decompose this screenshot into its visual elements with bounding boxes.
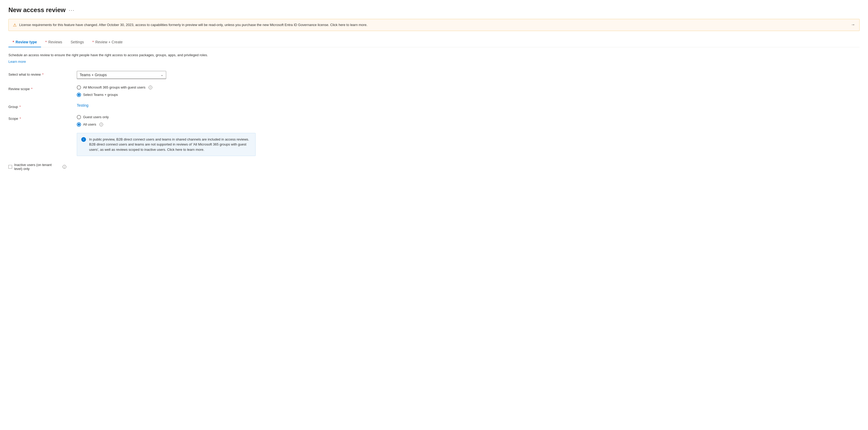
scope-all-users-info-icon[interactable]: i: [99, 123, 103, 126]
scope-select-teams-radio[interactable]: [77, 93, 81, 97]
dropdown-value: Teams + Groups: [80, 73, 107, 77]
license-banner: ⚠ License requirements for this feature …: [8, 19, 860, 31]
inactive-users-text: Inactive users (on tenant level) only: [14, 163, 59, 171]
review-scope-label: Review scope *: [8, 86, 66, 91]
tab-review-type[interactable]: * Review type: [8, 37, 41, 47]
scope-label: Scope *: [8, 115, 66, 121]
page-description: Schedule an access review to ensure the …: [8, 53, 860, 58]
scope-select-teams-option[interactable]: Select Teams + groups: [77, 93, 235, 97]
scope-guest-users-radio[interactable]: [77, 115, 81, 119]
review-scope-radio-group: All Microsoft 365 groups with guest user…: [77, 86, 235, 97]
scope-guest-users-option[interactable]: Guest users only: [77, 115, 235, 119]
tab-review-create[interactable]: * Review + Create: [88, 37, 127, 47]
banner-text: License requirements for this feature ha…: [19, 22, 848, 28]
info-box-text: In public preview, B2B direct connect us…: [89, 137, 251, 152]
chevron-down-icon: ⌄: [161, 73, 163, 77]
more-options-button[interactable]: ···: [69, 7, 75, 13]
scope-row: Scope * Guest users only All users i: [8, 115, 860, 127]
scope-guest-users-label: Guest users only: [83, 115, 109, 119]
inactive-users-label: Inactive users (on tenant level) only i: [8, 161, 66, 171]
scope-all-ms365-radio[interactable]: [77, 86, 81, 90]
inactive-users-row: Inactive users (on tenant level) only i: [8, 161, 860, 171]
inactive-users-info-icon[interactable]: i: [63, 165, 66, 169]
review-type-form: Select what to review * Teams + Groups ⌄…: [8, 71, 860, 127]
b2b-info-box: i In public preview, B2B direct connect …: [77, 133, 256, 156]
warning-icon: ⚠: [13, 23, 17, 28]
scope-radio-group: Guest users only All users i: [77, 115, 235, 127]
select-what-to-review-control: Teams + Groups ⌄: [77, 71, 235, 79]
group-row: Group * Testing: [8, 103, 860, 109]
group-control: Testing: [77, 103, 235, 107]
scope-all-ms365-info-icon[interactable]: i: [149, 86, 152, 89]
review-scope-row: Review scope * All Microsoft 365 groups …: [8, 86, 860, 97]
tab-reviews[interactable]: * Reviews: [41, 37, 66, 47]
banner-arrow[interactable]: →: [851, 22, 855, 27]
what-to-review-dropdown[interactable]: Teams + Groups ⌄: [77, 71, 166, 79]
tab-bar: * Review type * Reviews Settings * Revie…: [8, 37, 860, 47]
scope-all-ms365-option[interactable]: All Microsoft 365 groups with guest user…: [77, 86, 235, 90]
scope-all-users-label: All users: [83, 123, 96, 126]
scope-control: Guest users only All users i: [77, 115, 235, 127]
learn-more-link[interactable]: Learn more: [8, 60, 26, 64]
group-link[interactable]: Testing: [77, 103, 88, 107]
scope-all-users-option[interactable]: All users i: [77, 123, 235, 127]
scope-all-ms365-label: All Microsoft 365 groups with guest user…: [83, 86, 146, 89]
select-what-to-review-label: Select what to review *: [8, 71, 66, 76]
group-label: Group *: [8, 103, 66, 109]
page-title: New access review: [8, 6, 66, 14]
inactive-users-checkbox[interactable]: [8, 165, 12, 169]
page-header: New access review ···: [8, 6, 860, 14]
scope-select-teams-label: Select Teams + groups: [83, 93, 118, 97]
info-box-icon: i: [81, 137, 86, 142]
tab-settings[interactable]: Settings: [66, 37, 88, 47]
scope-all-users-radio[interactable]: [77, 123, 81, 127]
review-scope-control: All Microsoft 365 groups with guest user…: [77, 86, 235, 97]
select-what-to-review-row: Select what to review * Teams + Groups ⌄: [8, 71, 860, 79]
